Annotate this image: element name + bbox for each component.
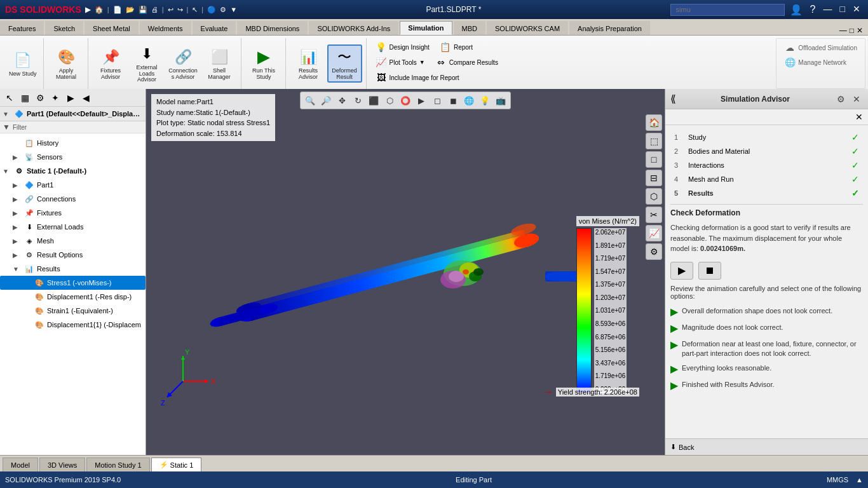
tree-fixtures[interactable]: ▶ 📌 Fixtures: [0, 206, 146, 220]
advisor-pause-btn[interactable]: ⏹: [698, 262, 721, 280]
nav-arrow[interactable]: ▶: [85, 5, 91, 14]
view-btn2[interactable]: ⭕: [398, 93, 412, 107]
status-dropdown[interactable]: ▲: [856, 476, 863, 484]
minimize-btn[interactable]: —: [821, 4, 835, 16]
redo-icon[interactable]: ↪: [177, 6, 183, 14]
tab-static1[interactable]: ⚡ Static 1: [151, 458, 202, 471]
tree-displacement1[interactable]: 🎨 Displacement1 (-Res disp-): [0, 290, 146, 304]
tab-evaluate[interactable]: Evaluate: [193, 21, 236, 35]
tab-analysis-prep[interactable]: Analysis Preparation: [569, 21, 650, 35]
include-image-button[interactable]: 🖼 Include Image for Report: [373, 71, 462, 84]
view-graph-btn[interactable]: 📈: [646, 225, 662, 241]
tab-mbd-dimensions[interactable]: MBD Dimensions: [237, 21, 308, 35]
user-icon[interactable]: 👤: [787, 4, 805, 16]
undo-icon[interactable]: ↩: [168, 6, 173, 14]
display-btn1[interactable]: ◻: [430, 93, 444, 107]
tree-strain1[interactable]: 🎨 Strain1 (-Equivalent-): [0, 304, 146, 318]
collapse-btn[interactable]: ◀: [79, 91, 93, 105]
options-icon2[interactable]: ⚙: [220, 6, 226, 14]
back-button[interactable]: ⬇ Back: [665, 438, 868, 455]
expand-btn[interactable]: ▶: [64, 91, 78, 105]
view-top-btn[interactable]: ⊟: [646, 170, 662, 186]
design-insight-button[interactable]: 💡 Design Insight: [373, 41, 432, 53]
view-btn3[interactable]: ▶: [414, 93, 428, 107]
help-icon[interactable]: ?: [808, 4, 818, 16]
apply-material-button[interactable]: 🎨 Apply Material: [49, 46, 84, 82]
advisor-step-4[interactable]: 4 Mesh and Run ✓: [670, 172, 863, 186]
view-front-btn[interactable]: □: [646, 151, 662, 168]
new-study-button[interactable]: 📄 New Study: [6, 49, 39, 79]
advisor-collapse-icon[interactable]: ⟪: [670, 93, 676, 105]
tab-addins[interactable]: SOLIDWORKS Add-Ins: [309, 21, 398, 35]
advisor-step-3[interactable]: 3 Interactions ✓: [670, 158, 863, 172]
results-advisor-button[interactable]: 📊 Results Advisor: [291, 46, 326, 82]
arrow-left-btn[interactable]: ↖: [3, 91, 17, 105]
tree-static1[interactable]: ▼ ⚙ Static 1 (-Default-): [0, 164, 146, 178]
tab-3d-views[interactable]: 3D Views: [39, 458, 85, 471]
connections-advisor-button[interactable]: 🔗 Connections Advisor: [166, 46, 201, 82]
panel-close-icon[interactable]: ✕: [857, 26, 863, 35]
viewport[interactable]: Model name:Part1 Study name:Static 1(-De…: [146, 89, 665, 455]
advisor-step-1[interactable]: 1 Study ✓: [670, 130, 863, 144]
rotate-btn[interactable]: ↻: [351, 93, 365, 107]
dropdown-icon[interactable]: ▼: [230, 6, 237, 13]
advisor-settings-icon[interactable]: ⚙: [834, 93, 848, 105]
tab-sketch[interactable]: Sketch: [45, 21, 83, 35]
tab-features[interactable]: Features: [0, 21, 44, 35]
save-icon[interactable]: 💾: [139, 6, 147, 14]
view-type-btn[interactable]: 📺: [494, 93, 508, 107]
fixtures-advisor-button[interactable]: 📌 Fixtures Advisor: [93, 46, 128, 82]
tab-motion-study[interactable]: Motion Study 1: [86, 458, 149, 471]
compare-results-button[interactable]: ⇔ Compare Results: [433, 56, 501, 69]
panel-collapse-icon[interactable]: —: [839, 26, 847, 35]
tab-sheet-metal[interactable]: Sheet Metal: [85, 21, 139, 35]
tree-result-options[interactable]: ▶ ⚙ Result Options: [0, 248, 146, 262]
tree-external-loads[interactable]: ▶ ⬇ External Loads: [0, 220, 146, 234]
advisor-option-2[interactable]: ▶ Magnitude does not look correct.: [670, 320, 863, 337]
home-icon[interactable]: 🏠: [95, 6, 104, 14]
tab-mbd[interactable]: MBD: [454, 21, 485, 35]
view-settings-btn[interactable]: ⚙: [646, 243, 662, 260]
close-btn[interactable]: ✕: [850, 4, 863, 16]
advisor-step-2[interactable]: 2 Bodies and Material ✓: [670, 144, 863, 158]
shell-manager-button[interactable]: ⬜ Shell Manager: [202, 46, 237, 82]
tab-model[interactable]: Model: [3, 458, 38, 471]
advisor-close-icon[interactable]: ✕: [850, 93, 863, 105]
plot-tools-button[interactable]: 📈 Plot Tools ▼: [373, 56, 428, 69]
advisor-x-close[interactable]: ✕: [855, 112, 863, 122]
display-btn2[interactable]: ◼: [446, 93, 460, 107]
run-study-button[interactable]: ▶ Run This Study: [247, 46, 281, 82]
pan-btn[interactable]: ✥: [335, 93, 349, 107]
explode-btn[interactable]: ✦: [48, 91, 62, 105]
advisor-option-3[interactable]: ▶ Deformation near at least one load, fi…: [670, 337, 863, 362]
panel-resize-icon[interactable]: □: [850, 26, 854, 35]
select-icon[interactable]: ↖: [192, 6, 198, 14]
maximize-btn[interactable]: □: [837, 4, 848, 16]
view-section-btn[interactable]: ✂: [646, 207, 662, 223]
new-icon[interactable]: 📄: [113, 6, 122, 14]
advisor-option-5[interactable]: ▶ Finished with Results Advisor.: [670, 377, 863, 394]
zoom-box-btn[interactable]: ⬛: [367, 93, 381, 107]
tree-part1[interactable]: ▶ 🔷 Part1: [0, 178, 146, 192]
advisor-option-1[interactable]: ▶ Overall deformation shape does not loo…: [670, 304, 863, 320]
advisor-play-btn[interactable]: ▶: [670, 262, 693, 280]
tree-connections[interactable]: ▶ 🔗 Connections: [0, 192, 146, 206]
view-iso-btn[interactable]: ⬡: [646, 188, 662, 205]
config-btn[interactable]: ⚙: [33, 91, 47, 105]
zoom-select-btn[interactable]: 🔍: [303, 93, 317, 107]
tab-simulation[interactable]: Simulation: [400, 21, 452, 35]
part-header[interactable]: ▼ 🔷 Part1 (Default<<Default>_Display S: [0, 107, 146, 121]
tab-solidworks-cam[interactable]: SOLIDWORKS CAM: [487, 21, 568, 35]
tree-stress1[interactable]: 🎨 Stress1 (-vonMises-): [0, 276, 146, 290]
options-icon1[interactable]: 🔵: [207, 6, 216, 14]
title-search[interactable]: [670, 4, 785, 16]
tree-history[interactable]: 📋 History: [0, 136, 146, 150]
tab-weldments[interactable]: Weldments: [140, 21, 191, 35]
tree-results[interactable]: ▼ 📊 Results: [0, 262, 146, 276]
open-icon[interactable]: 📂: [126, 6, 135, 14]
tree-mesh[interactable]: ▶ ◈ Mesh: [0, 234, 146, 248]
deformed-result-button[interactable]: 〜 Deformed Result: [327, 44, 362, 83]
advisor-option-4[interactable]: ▶ Everything looks reasonable.: [670, 361, 863, 377]
advisor-step-5[interactable]: 5 Results ✓: [670, 186, 863, 200]
display-btn4[interactable]: 💡: [478, 93, 492, 107]
